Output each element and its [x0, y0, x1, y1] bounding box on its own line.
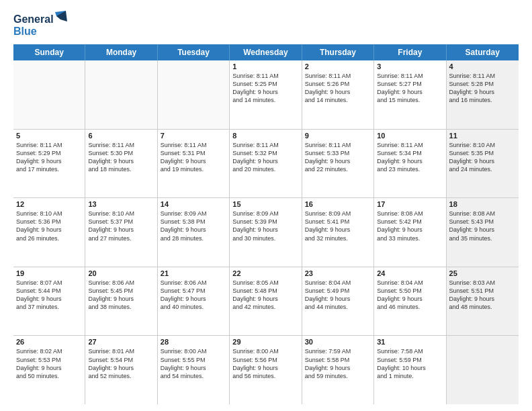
day-info: Sunrise: 8:11 AM Sunset: 5:31 PM Dayligh…	[161, 141, 226, 174]
day-number: 2	[305, 62, 371, 71]
calendar-header-cell: Wednesday	[230, 44, 302, 60]
day-info: Sunrise: 8:06 AM Sunset: 5:45 PM Dayligh…	[88, 279, 154, 312]
day-number: 12	[16, 200, 82, 208]
day-number: 19	[16, 269, 82, 277]
calendar: SundayMondayTuesdayWednesdayThursdayFrid…	[13, 44, 519, 404]
day-number: 8	[232, 132, 298, 140]
day-info: Sunrise: 8:00 AM Sunset: 5:56 PM Dayligh…	[232, 347, 298, 380]
calendar-cell: 17Sunrise: 8:08 AM Sunset: 5:42 PM Dayli…	[374, 198, 446, 267]
day-info: Sunrise: 8:11 AM Sunset: 5:32 PM Dayligh…	[232, 141, 298, 174]
calendar-cell: 20Sunrise: 8:06 AM Sunset: 5:45 PM Dayli…	[85, 267, 157, 336]
calendar-row: 5Sunrise: 8:11 AM Sunset: 5:29 PM Daylig…	[13, 130, 519, 199]
svg-text:Blue: Blue	[13, 26, 37, 37]
day-number: 15	[232, 200, 298, 208]
calendar-cell: 13Sunrise: 8:10 AM Sunset: 5:37 PM Dayli…	[85, 198, 157, 267]
calendar-cell: 4Sunrise: 8:11 AM Sunset: 5:28 PM Daylig…	[447, 60, 519, 129]
day-info: Sunrise: 8:09 AM Sunset: 5:39 PM Dayligh…	[232, 210, 298, 242]
calendar-cell: 31Sunrise: 7:58 AM Sunset: 5:59 PM Dayli…	[374, 336, 446, 404]
day-number: 27	[88, 338, 154, 346]
calendar-cell: 12Sunrise: 8:10 AM Sunset: 5:36 PM Dayli…	[13, 198, 85, 267]
day-info: Sunrise: 8:11 AM Sunset: 5:26 PM Dayligh…	[305, 72, 371, 105]
calendar-cell	[447, 336, 519, 404]
calendar-cell: 27Sunrise: 8:01 AM Sunset: 5:54 PM Dayli…	[85, 336, 157, 404]
day-number: 30	[305, 338, 371, 346]
calendar-cell	[158, 60, 230, 129]
calendar-cell: 19Sunrise: 8:07 AM Sunset: 5:44 PM Dayli…	[13, 267, 85, 336]
calendar-cell: 25Sunrise: 8:03 AM Sunset: 5:51 PM Dayli…	[447, 267, 519, 336]
day-number: 25	[449, 269, 516, 277]
day-number: 31	[377, 338, 443, 346]
day-info: Sunrise: 8:11 AM Sunset: 5:27 PM Dayligh…	[377, 72, 443, 105]
calendar-cell: 30Sunrise: 7:59 AM Sunset: 5:58 PM Dayli…	[302, 336, 374, 404]
calendar-cell: 5Sunrise: 8:11 AM Sunset: 5:29 PM Daylig…	[13, 130, 85, 198]
day-number: 10	[377, 132, 443, 140]
day-info: Sunrise: 8:06 AM Sunset: 5:47 PM Dayligh…	[161, 279, 226, 312]
day-info: Sunrise: 8:02 AM Sunset: 5:53 PM Dayligh…	[16, 347, 82, 380]
day-info: Sunrise: 8:04 AM Sunset: 5:49 PM Dayligh…	[305, 279, 371, 312]
day-info: Sunrise: 7:58 AM Sunset: 5:59 PM Dayligh…	[377, 347, 443, 380]
calendar-header-cell: Thursday	[302, 44, 374, 60]
calendar-header-cell: Monday	[85, 44, 157, 60]
day-info: Sunrise: 8:05 AM Sunset: 5:48 PM Dayligh…	[232, 279, 298, 312]
day-number: 13	[88, 200, 154, 208]
calendar-header-cell: Friday	[374, 44, 446, 60]
calendar-cell: 21Sunrise: 8:06 AM Sunset: 5:47 PM Dayli…	[158, 267, 230, 336]
calendar-row: 1Sunrise: 8:11 AM Sunset: 5:25 PM Daylig…	[13, 60, 519, 130]
day-number: 6	[88, 132, 154, 140]
calendar-cell: 7Sunrise: 8:11 AM Sunset: 5:31 PM Daylig…	[158, 130, 230, 198]
calendar-cell	[13, 60, 85, 129]
day-number: 20	[88, 269, 154, 277]
day-info: Sunrise: 8:11 AM Sunset: 5:28 PM Dayligh…	[449, 72, 516, 105]
day-number: 9	[305, 132, 371, 140]
calendar-row: 19Sunrise: 8:07 AM Sunset: 5:44 PM Dayli…	[13, 267, 519, 336]
day-info: Sunrise: 8:08 AM Sunset: 5:42 PM Dayligh…	[377, 210, 443, 242]
day-number: 3	[377, 62, 443, 71]
calendar-cell: 2Sunrise: 8:11 AM Sunset: 5:26 PM Daylig…	[302, 60, 374, 129]
day-info: Sunrise: 8:00 AM Sunset: 5:55 PM Dayligh…	[161, 347, 226, 380]
calendar-cell: 24Sunrise: 8:04 AM Sunset: 5:50 PM Dayli…	[374, 267, 446, 336]
calendar-body: 1Sunrise: 8:11 AM Sunset: 5:25 PM Daylig…	[13, 60, 519, 404]
day-info: Sunrise: 8:11 AM Sunset: 5:30 PM Dayligh…	[88, 141, 154, 174]
calendar-row: 26Sunrise: 8:02 AM Sunset: 5:53 PM Dayli…	[13, 336, 519, 404]
page: GeneralBlue SundayMondayTuesdayWednesday…	[0, 0, 532, 411]
calendar-header-cell: Saturday	[447, 44, 519, 60]
calendar-cell: 18Sunrise: 8:08 AM Sunset: 5:43 PM Dayli…	[447, 198, 519, 267]
calendar-cell	[85, 60, 157, 129]
day-info: Sunrise: 8:10 AM Sunset: 5:37 PM Dayligh…	[88, 210, 154, 242]
calendar-cell: 10Sunrise: 8:11 AM Sunset: 5:34 PM Dayli…	[374, 130, 446, 198]
day-info: Sunrise: 8:09 AM Sunset: 5:38 PM Dayligh…	[161, 210, 226, 242]
day-number: 14	[161, 200, 226, 208]
calendar-cell: 29Sunrise: 8:00 AM Sunset: 5:56 PM Dayli…	[230, 336, 302, 404]
day-number: 21	[161, 269, 226, 277]
day-number: 5	[16, 132, 82, 140]
day-info: Sunrise: 8:10 AM Sunset: 5:35 PM Dayligh…	[449, 141, 516, 174]
day-info: Sunrise: 8:10 AM Sunset: 5:36 PM Dayligh…	[16, 210, 82, 242]
day-number: 16	[305, 200, 371, 208]
calendar-cell: 6Sunrise: 8:11 AM Sunset: 5:30 PM Daylig…	[85, 130, 157, 198]
header: GeneralBlue	[13, 11, 519, 39]
calendar-header-cell: Sunday	[13, 44, 85, 60]
day-number: 17	[377, 200, 443, 208]
calendar-cell: 23Sunrise: 8:04 AM Sunset: 5:49 PM Dayli…	[302, 267, 374, 336]
calendar-cell: 22Sunrise: 8:05 AM Sunset: 5:48 PM Dayli…	[230, 267, 302, 336]
day-info: Sunrise: 8:04 AM Sunset: 5:50 PM Dayligh…	[377, 279, 443, 312]
day-info: Sunrise: 8:01 AM Sunset: 5:54 PM Dayligh…	[88, 347, 154, 380]
calendar-cell: 11Sunrise: 8:10 AM Sunset: 5:35 PM Dayli…	[447, 130, 519, 198]
day-number: 7	[161, 132, 226, 140]
day-info: Sunrise: 8:11 AM Sunset: 5:34 PM Dayligh…	[377, 141, 443, 174]
calendar-cell: 16Sunrise: 8:09 AM Sunset: 5:41 PM Dayli…	[302, 198, 374, 267]
calendar-cell: 14Sunrise: 8:09 AM Sunset: 5:38 PM Dayli…	[158, 198, 230, 267]
day-number: 29	[232, 338, 298, 346]
day-number: 23	[305, 269, 371, 277]
calendar-cell: 3Sunrise: 8:11 AM Sunset: 5:27 PM Daylig…	[374, 60, 446, 129]
calendar-cell: 9Sunrise: 8:11 AM Sunset: 5:33 PM Daylig…	[302, 130, 374, 198]
calendar-header-cell: Tuesday	[158, 44, 230, 60]
day-info: Sunrise: 8:08 AM Sunset: 5:43 PM Dayligh…	[449, 210, 516, 242]
day-number: 11	[449, 132, 516, 140]
day-number: 1	[232, 62, 298, 71]
day-number: 22	[232, 269, 298, 277]
calendar-cell: 1Sunrise: 8:11 AM Sunset: 5:25 PM Daylig…	[230, 60, 302, 129]
day-info: Sunrise: 8:11 AM Sunset: 5:33 PM Dayligh…	[305, 141, 371, 174]
svg-text:General: General	[13, 13, 54, 25]
day-number: 18	[449, 200, 516, 208]
